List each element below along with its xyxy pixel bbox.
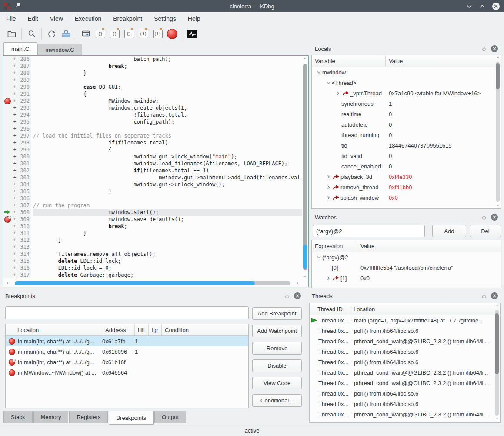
fold-marker[interactable]: +	[12, 63, 17, 70]
fold-marker[interactable]: +	[12, 125, 17, 132]
fold-marker[interactable]: +	[12, 209, 17, 216]
dock-tab-stack[interactable]: Stack	[3, 411, 33, 423]
breakpoint-row[interactable]: in main(int, char**) at ../../../g...0x6…	[6, 357, 248, 367]
add-watch-button[interactable]: Add	[432, 225, 466, 237]
close-panel-icon[interactable]	[491, 292, 498, 299]
thread-row[interactable]: Thread 0x...poll () from /lib64/libc.so.…	[310, 325, 500, 336]
code-vscroll-position[interactable]	[303, 245, 307, 269]
breakpoint-dot-icon[interactable]	[3, 216, 12, 223]
minimize-icon[interactable]	[466, 2, 472, 10]
collapse-expander-icon[interactable]	[315, 70, 322, 75]
expand-expander-icon[interactable]	[325, 276, 332, 281]
fold-marker[interactable]: +	[12, 174, 17, 181]
code-line[interactable]: +305}	[3, 188, 302, 195]
locals-tree-row[interactable]: tid_valid0	[312, 151, 501, 161]
fold-marker[interactable]: +	[12, 77, 17, 84]
locals-tree-row[interactable]: mwindow	[312, 67, 501, 77]
close-panel-icon[interactable]	[491, 214, 498, 221]
breakpoint-icon[interactable]	[165, 27, 179, 41]
menu-view[interactable]: View	[50, 15, 63, 22]
code-line[interactable]: +313	[3, 244, 302, 251]
thread-row[interactable]: Thread 0x...main (argc=1, argv=0x7ffffff…	[310, 315, 500, 325]
column-header-expression[interactable]: Expression	[312, 240, 357, 252]
column-header-value[interactable]: Value	[386, 55, 501, 67]
code-line[interactable]: +295config_path);	[3, 118, 302, 125]
code-line[interactable]: +301mwindow.load_filenames(&filenames, L…	[3, 160, 302, 167]
expand-expander-icon[interactable]	[325, 185, 332, 190]
fold-marker[interactable]: +	[12, 84, 17, 91]
threads-scroll-thumb[interactable]	[495, 313, 499, 374]
column-header-thread-id[interactable]: Thread ID	[310, 303, 350, 315]
code-line[interactable]: +317delete Garbage::garbage;	[3, 272, 302, 278]
remove-button[interactable]: Remove	[252, 342, 302, 355]
column-header-hit[interactable]: Hit	[135, 324, 149, 335]
watches-tree-row[interactable]: [1]0x0	[312, 273, 501, 283]
fold-marker[interactable]: +	[12, 97, 17, 104]
code-line[interactable]: +312}	[3, 237, 302, 244]
fold-marker[interactable]: +	[12, 91, 17, 97]
code-line[interactable]: +303mwindow.gui->mainmenu->add_load(file…	[3, 174, 302, 181]
code-line[interactable]: +286batch_path);	[3, 56, 302, 63]
fold-marker[interactable]: +	[12, 265, 17, 272]
code-vscroll-thumb[interactable]	[303, 64, 307, 270]
fold-marker[interactable]: +	[12, 195, 17, 202]
code-line[interactable]: +293mwindow.create_objects(1,	[3, 104, 302, 111]
menu-execution[interactable]: Execution	[75, 15, 101, 22]
fold-marker[interactable]: +	[12, 244, 17, 251]
expand-expander-icon[interactable]	[334, 91, 341, 96]
locals-tree-row[interactable]: playback_3d0xf4e330	[312, 171, 501, 182]
column-header-condition[interactable]: Condition	[162, 324, 248, 335]
breakpoint-row[interactable]: in main(int, char**) at ../../../g...0x6…	[6, 336, 248, 346]
close-window-icon[interactable]	[492, 3, 500, 10]
scroll-up-icon[interactable]: ⌃	[304, 56, 307, 63]
code-line[interactable]: +309mwindow.save_defaults();	[3, 216, 302, 223]
step-into-instruction-icon[interactable]: (i)	[136, 27, 150, 41]
add-breakpoint-button[interactable]: Add Breakpoint	[252, 307, 302, 320]
code-line[interactable]: +306	[3, 195, 302, 202]
code-line[interactable]: +290case DO_GUI:	[3, 84, 302, 91]
code-line[interactable]: +299{	[3, 146, 302, 153]
fold-marker[interactable]: +	[12, 188, 17, 195]
fold-marker[interactable]: +	[12, 56, 17, 63]
column-header-variable[interactable]: Variable	[312, 55, 386, 67]
dock-tab-registers[interactable]: Registers	[69, 411, 108, 423]
code-line[interactable]: +292MWindow mwindow;	[3, 97, 302, 104]
expand-expander-icon[interactable]	[325, 195, 332, 200]
locals-tree-row[interactable]: autodelete0	[312, 119, 501, 130]
fold-marker[interactable]: +	[12, 223, 17, 230]
code-line[interactable]: +300mwindow.gui->lock_window("main");	[3, 153, 302, 160]
watches-tree-row[interactable]: (*argv)@2	[312, 252, 501, 262]
locals-tree-row[interactable]: splash_window0x0	[312, 192, 501, 203]
close-panel-icon[interactable]	[294, 292, 301, 299]
breakpoints-table-header[interactable]: Location Address Hit Igr Condition	[6, 324, 248, 336]
conditional-button[interactable]: Conditional...	[252, 394, 302, 407]
code-line[interactable]: +297// load the initial files on seperat…	[3, 132, 302, 139]
locals-tree-row[interactable]: thread_running0	[312, 130, 501, 140]
fold-marker[interactable]: +	[12, 132, 17, 139]
view-code-button[interactable]: View Code	[252, 377, 302, 389]
fold-marker[interactable]: +	[12, 237, 17, 244]
menu-breakpoint[interactable]: Breakpoint	[113, 15, 142, 22]
locals-tree-row[interactable]: remove_thread0xf41bb0	[312, 182, 501, 192]
fold-marker[interactable]: +	[12, 104, 17, 111]
dock-tab-breakpoints[interactable]: Breakpoints	[109, 411, 154, 425]
code-line[interactable]: +304mwindow.gui->unlock_window();	[3, 181, 302, 188]
threads-table-header[interactable]: Thread ID Location	[310, 303, 500, 315]
thread-row[interactable]: Thread 0x...poll () from /lib64/libc.so.…	[310, 399, 500, 409]
code-hscroll-thumb[interactable]	[15, 281, 255, 285]
code-line[interactable]: +311}	[3, 230, 302, 237]
restart-icon[interactable]	[44, 27, 59, 41]
fold-marker[interactable]: +	[12, 272, 17, 278]
column-header-location[interactable]: Location	[6, 324, 102, 335]
code-line[interactable]: +310break;	[3, 223, 302, 230]
step-out-icon[interactable]: {}	[122, 27, 136, 41]
activity-icon[interactable]	[185, 27, 199, 41]
tab-mwindow.C[interactable]: mwindow.C	[37, 44, 82, 55]
code-line[interactable]: +316EDL::id_lock = 0;	[3, 265, 302, 272]
breakpoint-row[interactable]: in main(int, char**) at ../../../g...0x6…	[6, 346, 248, 357]
thread-row[interactable]: Thread 0x...poll () from /lib64/libc.so.…	[310, 357, 500, 367]
fold-marker[interactable]: +	[12, 181, 17, 188]
locals-tree-row[interactable]: <Thread>	[312, 77, 501, 88]
thread-row[interactable]: Thread 0x...pthread_cond_wait@@GLIBC_2.3…	[310, 378, 500, 388]
locals-tree-row[interactable]: synchronous1	[312, 98, 501, 109]
